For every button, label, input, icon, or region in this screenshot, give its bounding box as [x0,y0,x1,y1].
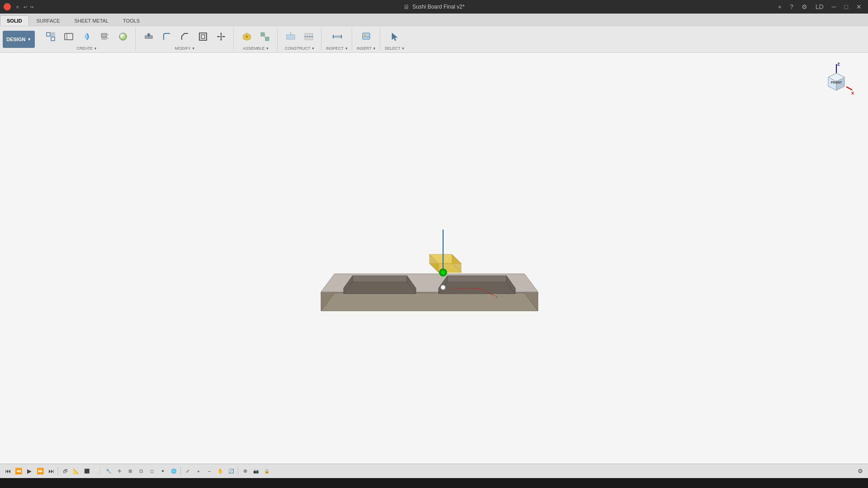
tab-surface[interactable]: SURFACE [30,15,67,26]
help-btn[interactable]: ? [787,2,796,11]
title-bar-center: 🖥 Sushi Board Final v2* [403,3,464,10]
extrude-btn[interactable] [96,28,113,46]
move-btn[interactable] [212,28,230,46]
orbit-btn[interactable]: 🔄 [226,466,236,476]
tab-tools[interactable]: TOOLS [116,15,146,26]
assemble-label[interactable]: ASSEMBLE ▼ [243,46,269,52]
capture-view-btn[interactable]: 📷 [251,466,261,476]
midplane-icon [304,32,314,43]
svg-marker-19 [217,36,219,38]
fillet-btn[interactable] [158,28,175,46]
svg-text:FRONT: FRONT [831,81,842,84]
settings-btn[interactable]: ⚙ [799,2,810,11]
tab-solid[interactable]: SOLID [0,15,29,26]
env-btn[interactable]: 🌐 [169,466,179,476]
next-frame-btn[interactable]: ⏩ [35,466,45,476]
svg-rect-14 [201,35,205,38]
svg-rect-7 [101,33,107,37]
display-mode-btn[interactable]: 🗗 [60,466,70,476]
svg-marker-18 [220,39,222,41]
tab-sheet-metal[interactable]: SHEET METAL [68,15,115,26]
svg-point-57 [441,285,445,290]
redo-btn[interactable]: ↪ [30,5,33,9]
body-display-btn[interactable]: ⬛ [82,466,92,476]
midplane-btn[interactable] [300,28,317,46]
svg-marker-47 [439,282,515,294]
toolbar-separator-2 [180,467,181,475]
title-bar: ≡ ↩ ↪ 🖥 Sushi Board Final v2* + ? ⚙ LD ─… [0,0,868,14]
joint-display-btn[interactable]: 🔧 [104,466,113,476]
snap-display-btn[interactable]: ⊡ [136,466,146,476]
toolbar-settings-btn[interactable]: ⚙ [855,466,865,476]
ribbon-group-create: CREATE ▼ [38,28,136,51]
add-view-btn[interactable]: ⊕ [240,466,250,476]
inspect-label-text: INSPECT [326,46,344,51]
effects-btn[interactable]: ✦ [158,466,168,476]
decal-icon [361,32,371,43]
file-menu[interactable]: ≡ [14,4,21,10]
create-label[interactable]: CREATE ▼ [76,46,97,52]
status-bar [0,478,868,488]
undo-btn[interactable]: ↩ [24,5,27,9]
zoom-out-btn[interactable]: − [204,466,214,476]
shell-btn[interactable] [194,28,212,46]
account-btn[interactable]: LD [813,2,826,11]
svg-point-5 [85,35,89,38]
create-buttons [42,28,132,46]
svg-rect-26 [287,35,295,39]
viewport[interactable]: Z X FRONT [0,53,868,464]
new-body-btn[interactable] [60,28,77,46]
lock-view-btn[interactable]: 🔒 [262,466,272,476]
insert-label[interactable]: INSERT ▼ [357,46,376,52]
select-label[interactable]: SELECT ▼ [385,46,405,52]
svg-point-56 [441,271,445,274]
create-label-text: CREATE [76,46,93,51]
new-tab-btn[interactable]: + [775,2,784,11]
new-component-btn[interactable] [42,28,59,46]
minimize-btn[interactable]: ─ [829,2,839,11]
shell-icon [198,32,208,43]
view-cube[interactable]: Z X FRONT [818,62,854,98]
svg-point-10 [119,33,127,40]
revolve-btn[interactable] [78,28,95,46]
svg-marker-43 [344,282,416,294]
svg-marker-20 [223,36,225,38]
close-btn[interactable]: ✕ [854,2,864,11]
ribbon-group-assemble: ASSEMBLE ▼ [235,28,278,51]
decal-btn[interactable] [358,28,375,46]
assemble-label-text: ASSEMBLE [243,46,265,51]
joint-icon [242,32,252,43]
last-frame-btn[interactable]: ⏭ [46,466,56,476]
insert-chevron-icon: ▼ [373,47,376,51]
first-frame-btn[interactable]: ⏮ [3,466,13,476]
origin-display-btn[interactable]: ✛ [114,466,124,476]
component-display-btn[interactable]: ⬜ [93,466,103,476]
prev-frame-btn[interactable]: ⏪ [14,466,24,476]
inspect-label[interactable]: INSPECT ▼ [326,46,348,52]
construct-label[interactable]: CONSTRUCT ▼ [285,46,315,52]
design-dropdown[interactable]: DESIGN ▼ [3,31,35,48]
offset-plane-btn[interactable] [282,28,299,46]
chamfer-btn[interactable] [176,28,193,46]
sketch-display-btn[interactable]: 📐 [71,466,81,476]
pan-btn[interactable]: ✋ [215,466,225,476]
play-btn[interactable]: ▶ [24,466,34,476]
modify-label[interactable]: MODIFY ▼ [175,46,195,52]
zoom-fit-btn[interactable]: ⤢ [183,466,193,476]
new-component-icon [46,32,56,43]
grid-display-btn[interactable]: ⊞ [125,466,135,476]
joint-btn[interactable] [238,28,255,46]
inspect-buttons [329,28,346,46]
svg-marker-17 [220,33,222,34]
press-pull-btn[interactable] [140,28,157,46]
maximize-btn[interactable]: □ [842,2,851,11]
silhouette-btn[interactable]: ◻ [147,466,157,476]
new-body-icon [64,32,74,43]
rigid-group-btn[interactable] [256,28,274,46]
measure-btn[interactable] [329,28,346,46]
extrude-icon [100,32,110,43]
svg-rect-24 [265,37,269,41]
sphere-btn[interactable] [114,28,132,46]
select-tool-btn[interactable] [386,28,403,46]
zoom-in-btn[interactable]: + [193,466,203,476]
